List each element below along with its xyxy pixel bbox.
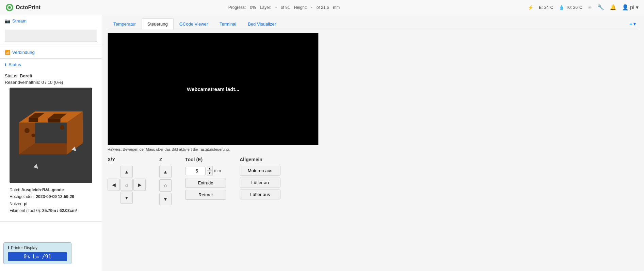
- printer-display-screen: 0% L=-/91: [8, 252, 67, 261]
- printer-display-info-icon: ℹ: [8, 245, 10, 250]
- tool-amount-input[interactable]: [185, 167, 206, 175]
- motoren-aus-button[interactable]: Motoren aus: [240, 166, 280, 176]
- layer-dash: -: [275, 5, 277, 10]
- luefter-aus-button[interactable]: Lüfter aus: [240, 190, 280, 199]
- signal-icon: 📶: [5, 50, 10, 55]
- status-key: Status:: [5, 73, 20, 78]
- brand-link[interactable]: OctoPrint: [5, 3, 41, 12]
- status-row-status: Status: Bereit: [5, 73, 97, 78]
- printer-display-title: ℹ Printer Display: [8, 245, 67, 250]
- brand-name: OctoPrint: [16, 4, 41, 11]
- tabs-bar: Temperatur Steuerung GCode Viewer Termin…: [108, 18, 639, 29]
- bed-temp-value: 24°C: [544, 5, 553, 10]
- xy-control-group: X/Y ▲ ◀ ⌂ ▶ ▼: [108, 157, 146, 204]
- tab-terminal[interactable]: Terminal: [214, 18, 242, 29]
- printer-display-label: Printer Display: [11, 245, 37, 250]
- user-menu[interactable]: 👤 pi ▾: [622, 4, 639, 11]
- xy-up-button[interactable]: ▲: [120, 166, 133, 178]
- status-row-resend: Resendverhältnis: 0 / 10 (0%): [5, 80, 97, 85]
- verbindung-section: 📶 Verbindung: [0, 46, 102, 59]
- xy-home-button[interactable]: ⌂: [120, 179, 133, 191]
- allgemein-col: Motoren aus Lüfter an Lüfter aus: [240, 166, 280, 199]
- uploaded-label: Hochgeladen:: [10, 194, 35, 199]
- verbindung-header[interactable]: 📶 Verbindung: [0, 46, 102, 58]
- tab-bed-visualizer[interactable]: Bed Visualizer: [242, 18, 282, 29]
- user-row: Nutzer: pi: [10, 200, 92, 207]
- svg-point-2: [8, 6, 11, 9]
- filament-row: Filament (Tool 0): 25.79m / 62.03cm³: [10, 207, 92, 214]
- tab-gcode-viewer[interactable]: GCode Viewer: [174, 18, 214, 29]
- main-layout: 📷 Stream 📶 Verbindung ℹ Status Status:: [0, 15, 644, 271]
- height-dash: -: [311, 5, 312, 10]
- file-label: Datei:: [10, 187, 20, 192]
- z-label: Z: [159, 157, 172, 162]
- layer-label: Layer:: [260, 5, 271, 10]
- username: pi: [630, 4, 634, 10]
- allgemein-control-group: Allgemein Motoren aus Lüfter an Lüfter a…: [240, 157, 280, 199]
- of-layer: of 91: [281, 5, 290, 10]
- wrench-icon[interactable]: 🔧: [597, 4, 604, 11]
- xy-label: X/Y: [108, 157, 146, 162]
- z-home-button[interactable]: ⌂: [159, 179, 172, 192]
- status-header[interactable]: ℹ Status: [0, 59, 102, 71]
- info-icon: ℹ: [5, 62, 6, 67]
- allgemein-label: Allgemein: [240, 157, 280, 162]
- file-name: Ausgleich-R&L.gcode: [21, 187, 64, 192]
- bed-temp-label: B:: [539, 5, 543, 10]
- z-down-button[interactable]: ▼: [159, 193, 172, 205]
- user-label: Nutzer:: [10, 201, 23, 206]
- fan-icon: ✳: [588, 5, 592, 10]
- bell-icon[interactable]: 🔔: [610, 4, 616, 11]
- model-preview: [10, 88, 92, 183]
- xy-empty-tr: [133, 166, 146, 178]
- xy-empty-bl: [108, 192, 120, 204]
- height-label: Height:: [294, 5, 307, 10]
- tool-control-group: Tool (E) ▲ ▼ mm Extrude Retract: [185, 157, 226, 200]
- progress-value: 0%: [250, 5, 256, 10]
- print-status: Progress: 0% Layer: - of 91 Height: - of…: [47, 5, 521, 10]
- webcam-container[interactable]: Webcamstream lädt...: [108, 33, 319, 145]
- tool-temp-value: 26°C: [573, 5, 582, 10]
- printer-display: ℹ Printer Display 0% L=-/91: [3, 242, 71, 264]
- xy-empty-tl: [108, 166, 120, 178]
- stream-preview-box: [5, 30, 97, 42]
- tab-steuerung[interactable]: Steuerung: [142, 18, 174, 29]
- z-col: ▲ ⌂ ▼: [159, 166, 172, 205]
- tab-menu-button[interactable]: ≡ ▾: [627, 20, 639, 28]
- svg-point-12: [31, 133, 35, 137]
- flame-icon: ⚡: [528, 5, 533, 10]
- status-content: Status: Bereit Resendverhältnis: 0 / 10 …: [0, 71, 102, 221]
- xy-down-button[interactable]: ▼: [120, 192, 133, 204]
- retract-button[interactable]: Retract: [185, 190, 226, 200]
- svg-marker-15: [33, 164, 38, 169]
- z-control-group: Z ▲ ⌂ ▼: [159, 157, 172, 205]
- height-unit: mm: [333, 5, 340, 10]
- stream-header[interactable]: 📷 Stream: [0, 15, 102, 27]
- status-label: Status: [9, 62, 21, 67]
- svg-marker-10: [48, 119, 60, 122]
- spinner-down-button[interactable]: ▼: [207, 171, 212, 176]
- tool-input-row: ▲ ▼ mm: [185, 166, 226, 176]
- xy-left-button[interactable]: ◀: [108, 179, 120, 191]
- z-up-button[interactable]: ▲: [159, 166, 172, 178]
- resend-value: 0 / 10 (0%): [42, 80, 63, 85]
- tool-col: ▲ ▼ mm Extrude Retract: [185, 166, 226, 200]
- xy-right-button[interactable]: ▶: [133, 179, 146, 191]
- status-value: Bereit: [20, 73, 32, 78]
- uploaded-value: 2023-09-09 12:59:29: [36, 194, 74, 199]
- webcam-hint: Hinweis: Bewegen der Maus über das Bild …: [108, 147, 639, 151]
- luefter-an-button[interactable]: Lüfter an: [240, 178, 280, 187]
- spinner-up-button[interactable]: ▲: [207, 166, 212, 171]
- verbindung-label: Verbindung: [12, 50, 35, 55]
- model-svg: [10, 91, 92, 180]
- content-area: Temperatur Steuerung GCode Viewer Termin…: [102, 15, 644, 271]
- tool-temp-label: T0:: [566, 5, 571, 10]
- xy-empty-br: [133, 192, 146, 204]
- file-info: Datei: Ausgleich-R&L.gcode Hochgeladen: …: [5, 186, 97, 217]
- navbar: OctoPrint Progress: 0% Layer: - of 91 He…: [0, 0, 644, 15]
- tab-temperatur[interactable]: Temperatur: [108, 18, 142, 29]
- stream-section: 📷 Stream: [0, 15, 102, 46]
- spinner-buttons: ▲ ▼: [207, 166, 213, 176]
- drop-icon: 💧: [559, 5, 564, 10]
- extrude-button[interactable]: Extrude: [185, 178, 226, 188]
